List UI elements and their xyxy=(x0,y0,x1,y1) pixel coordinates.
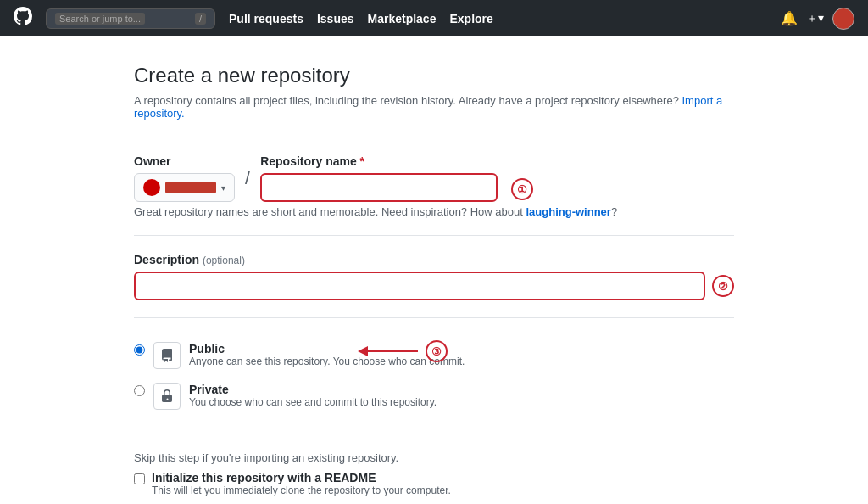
owner-select[interactable]: ▾ xyxy=(134,173,235,202)
annotation-1: ① xyxy=(511,178,533,200)
initialize-label: Initialize this repository with a README xyxy=(152,471,451,484)
repo-name-hint: Great repository names are short and mem… xyxy=(134,205,734,218)
nav-issues[interactable]: Issues xyxy=(317,12,354,25)
navbar-right: 🔔 ＋▾ xyxy=(781,8,854,30)
slash-separator: / xyxy=(242,167,253,189)
description-optional: (optional) xyxy=(203,255,245,266)
required-asterisk: * xyxy=(360,154,364,168)
initialize-text: Initialize this repository with a README… xyxy=(152,471,451,496)
public-icon xyxy=(153,342,181,369)
search-input[interactable]: Search or jump to... / xyxy=(46,8,215,29)
create-new-icon[interactable]: ＋▾ xyxy=(806,11,824,26)
annotation-2: ② xyxy=(712,275,734,297)
owner-name xyxy=(165,182,216,193)
divider-2 xyxy=(134,235,734,236)
annotation-3: ③ xyxy=(426,340,448,362)
description-input[interactable] xyxy=(134,272,705,300)
nav-explore[interactable]: Explore xyxy=(449,12,492,25)
search-shortcut: / xyxy=(195,13,206,25)
owner-label: Owner xyxy=(134,154,235,168)
owner-group: Owner ▾ xyxy=(134,154,235,202)
arrow-3-svg xyxy=(354,339,422,364)
description-label: Description (optional) xyxy=(134,253,734,266)
divider-3 xyxy=(134,317,734,318)
visibility-section: Public Anyone can see this repository. Y… xyxy=(134,335,734,417)
skip-note: Skip this step if you're importing an ex… xyxy=(134,451,734,464)
nav-links: Pull requests Issues Marketplace Explore xyxy=(229,12,493,25)
page-title: Create a new repository xyxy=(134,64,734,87)
divider-4 xyxy=(134,434,734,434)
repo-name-group: Repository name * xyxy=(260,154,498,202)
divider-1 xyxy=(134,137,734,137)
initialize-checkbox[interactable] xyxy=(134,473,145,484)
initialize-row: Initialize this repository with a README… xyxy=(134,471,734,496)
initialize-desc: This will let you immediately clone the … xyxy=(152,484,451,496)
avatar[interactable] xyxy=(832,8,854,30)
form-content: Create a new repository A repository con… xyxy=(120,64,748,504)
annotation-3-group: ③ xyxy=(354,339,448,364)
main-content: Create a new repository A repository con… xyxy=(0,36,868,504)
visibility-public-option[interactable]: Public Anyone can see this repository. Y… xyxy=(134,335,734,376)
nav-marketplace[interactable]: Marketplace xyxy=(368,12,437,25)
visibility-private-option[interactable]: Private You choose who can see and commi… xyxy=(134,376,734,417)
private-desc: You choose who can see and commit to thi… xyxy=(189,396,437,408)
notifications-bell-icon[interactable]: 🔔 xyxy=(781,10,798,26)
navbar: Search or jump to... / Pull requests Iss… xyxy=(0,0,868,36)
owner-repo-row: Owner ▾ / Repository name * ① xyxy=(134,154,734,202)
nav-pull-requests[interactable]: Pull requests xyxy=(229,12,303,25)
page-subtitle: A repository contains all project files,… xyxy=(134,94,734,120)
search-placeholder: Search or jump to... xyxy=(55,13,145,25)
owner-chevron-icon: ▾ xyxy=(221,183,225,193)
private-text: Private You choose who can see and commi… xyxy=(189,383,437,408)
initialize-section: Skip this step if you're importing an ex… xyxy=(134,451,734,504)
github-logo-icon[interactable] xyxy=(14,7,32,30)
public-radio[interactable] xyxy=(134,344,145,356)
private-radio[interactable] xyxy=(134,385,145,396)
private-icon xyxy=(153,383,181,410)
description-group: Description (optional) ② xyxy=(134,253,734,300)
suggestion-name-link[interactable]: laughing-winner xyxy=(526,205,610,218)
description-input-row: ② xyxy=(134,272,734,300)
owner-avatar xyxy=(143,179,160,196)
repo-name-input[interactable] xyxy=(260,173,498,202)
repo-name-label: Repository name * xyxy=(260,154,498,168)
private-label: Private xyxy=(189,383,437,396)
